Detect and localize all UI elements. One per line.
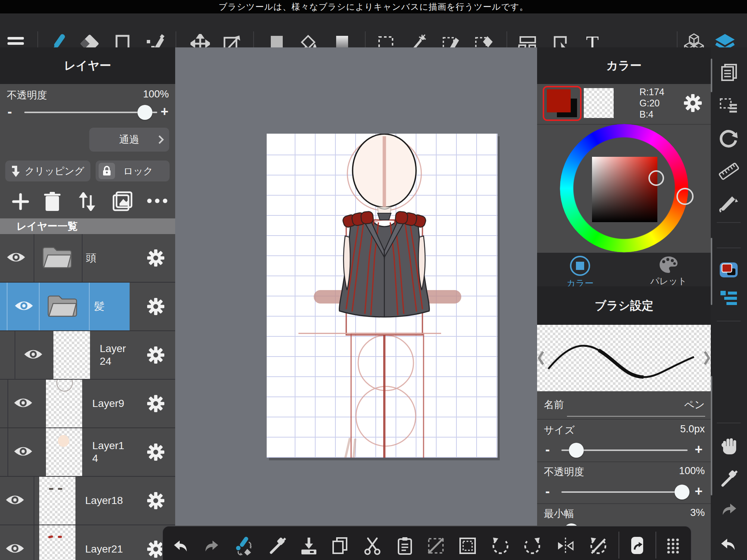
deselect-button[interactable]: [426, 536, 446, 556]
canvas-area[interactable]: [175, 47, 537, 560]
layer-opacity-knob[interactable]: [137, 105, 152, 120]
rotate-right-button[interactable]: [523, 536, 542, 556]
layer-name: Layer21: [85, 543, 123, 556]
eyedropper-icon[interactable]: [718, 468, 739, 489]
layer-thumbnail: [46, 428, 82, 476]
selection-menu-icon[interactable]: [718, 94, 739, 115]
brush-eraser-toggle-button[interactable]: [234, 536, 253, 556]
layer-settings-gear-icon[interactable]: [147, 298, 165, 317]
duplicate-layer-button[interactable]: [112, 191, 133, 213]
lock-button[interactable]: ロック: [96, 161, 170, 181]
undo-icon[interactable]: [718, 533, 739, 554]
hand-tool-icon[interactable]: [718, 436, 739, 457]
brush-preview[interactable]: [537, 325, 711, 391]
brush-size-knob[interactable]: [569, 443, 584, 458]
active-color-chip-icon[interactable]: [718, 259, 739, 280]
layer-row[interactable]: Layer21: [0, 525, 175, 560]
layer-visibility-eye-icon[interactable]: [24, 348, 43, 362]
layer-row[interactable]: Layer 24: [0, 331, 175, 380]
layer-settings-gear-icon[interactable]: [147, 443, 165, 463]
status-message: ブラシツールは、様々なブラシによりキャンバスに描画を行うツールです。: [218, 1, 528, 13]
lock-icon: [99, 163, 115, 179]
material-pen-icon[interactable]: [718, 194, 739, 215]
brush-opacity-knob[interactable]: [675, 485, 689, 500]
layer-visibility-eye-icon[interactable]: [13, 397, 33, 410]
save-button[interactable]: [299, 536, 319, 556]
layer-row-folder-head[interactable]: 頭: [0, 234, 175, 283]
status-bar: ブラシツールは、様々なブラシによりキャンバスに描画を行うツールです。: [0, 0, 747, 13]
layer-visibility-eye-icon[interactable]: [5, 542, 25, 556]
layer-name: Layer18: [85, 494, 123, 507]
brush-opacity-slider[interactable]: [561, 491, 688, 493]
layer-settings-gear-icon[interactable]: [147, 249, 165, 268]
brush-name-value[interactable]: ペン: [684, 398, 705, 411]
rgb-readout: R:174 G:20 B:4: [639, 86, 664, 120]
select-all-button[interactable]: [458, 536, 477, 556]
layer-row-folder-hair-selected[interactable]: 髪: [0, 283, 175, 331]
brush-opacity-row: 不透明度 100% - +: [537, 461, 711, 504]
layers-panel: レイヤー 不透明度 100% - + 通過 クリッピング: [0, 47, 175, 560]
brush-prev-left-icon: [539, 352, 543, 364]
rotate-left-button[interactable]: [491, 536, 510, 556]
tab-palette[interactable]: パレット: [646, 256, 691, 287]
blend-mode-section: 通過: [0, 123, 175, 158]
pages-icon[interactable]: [718, 62, 739, 83]
layer-row[interactable]: Layer14: [0, 428, 175, 477]
brush-list-icon[interactable]: [718, 288, 739, 309]
grid-handle-icon[interactable]: [663, 536, 683, 556]
flip-horizontal-button[interactable]: [556, 536, 575, 556]
share-button[interactable]: [627, 536, 647, 556]
color-wheel-section: [537, 124, 711, 253]
brush-min-width-value: 3%: [690, 507, 705, 519]
layer-opacity-value: 100%: [143, 88, 169, 100]
color-settings-gear-icon[interactable]: [684, 94, 702, 114]
layer-row[interactable]: Layer9: [0, 380, 175, 428]
reset-view-button[interactable]: [589, 536, 608, 556]
layer-opacity-minus-button[interactable]: -: [7, 105, 12, 118]
transparent-color-swatch[interactable]: [584, 88, 614, 118]
brush-size-minus-button[interactable]: -: [545, 443, 550, 456]
saturation-value-square[interactable]: [592, 157, 657, 222]
layer-settings-gear-icon[interactable]: [147, 395, 165, 414]
brush-size-plus-button[interactable]: +: [695, 443, 703, 456]
reorder-layers-button[interactable]: [78, 192, 96, 212]
paste-button[interactable]: [395, 536, 415, 556]
layer-opacity-plus-button[interactable]: +: [161, 105, 168, 118]
brush-name-label: 名前: [544, 398, 564, 411]
layer-visibility-eye-icon[interactable]: [13, 445, 33, 459]
color-tab-icon: [570, 256, 590, 276]
undo-button[interactable]: [171, 536, 191, 556]
copy-button[interactable]: [330, 536, 350, 556]
brush-opacity-minus-button[interactable]: -: [545, 485, 550, 498]
clipping-button[interactable]: クリッピング: [5, 161, 90, 181]
brush-settings-title: ブラシ設定: [595, 298, 653, 314]
layer-settings-gear-icon[interactable]: [147, 492, 165, 511]
medibang-paint-app: ブラシツールは、様々なブラシによりキャンバスに描画を行うツールです。: [0, 0, 747, 560]
character-sketch: [267, 134, 498, 458]
tab-color[interactable]: カラー: [558, 256, 602, 289]
rgb-b: B:4: [639, 109, 664, 120]
eyedropper-button[interactable]: [267, 536, 287, 556]
hue-selector[interactable]: [676, 188, 694, 205]
redo-button[interactable]: [201, 536, 221, 556]
layers-panel-header: レイヤー: [0, 47, 175, 84]
add-layer-button[interactable]: [11, 192, 30, 212]
ruler-icon[interactable]: [718, 161, 739, 181]
layer-opacity-label: 不透明度: [7, 88, 47, 102]
layer-row[interactable]: Layer18: [0, 477, 175, 525]
brush-min-width-label: 最小幅: [544, 507, 574, 520]
sv-selector[interactable]: [648, 170, 664, 186]
layer-visibility-eye-icon[interactable]: [6, 251, 26, 265]
layer-settings-gear-icon[interactable]: [147, 346, 165, 365]
blend-mode-button[interactable]: 通過: [89, 128, 169, 152]
cut-button[interactable]: [363, 536, 382, 556]
delete-layer-button[interactable]: [43, 192, 61, 213]
foreground-background-swatch[interactable]: [543, 86, 582, 121]
brush-opacity-label: 不透明度: [544, 465, 584, 479]
layer-visibility-eye-icon[interactable]: [14, 300, 34, 313]
brush-opacity-plus-button[interactable]: +: [695, 485, 703, 498]
reset-rotation-view-icon[interactable]: [718, 128, 739, 149]
layer-visibility-eye-icon[interactable]: [5, 494, 25, 507]
redo-icon[interactable]: [718, 498, 739, 519]
more-options-button[interactable]: [146, 198, 168, 205]
